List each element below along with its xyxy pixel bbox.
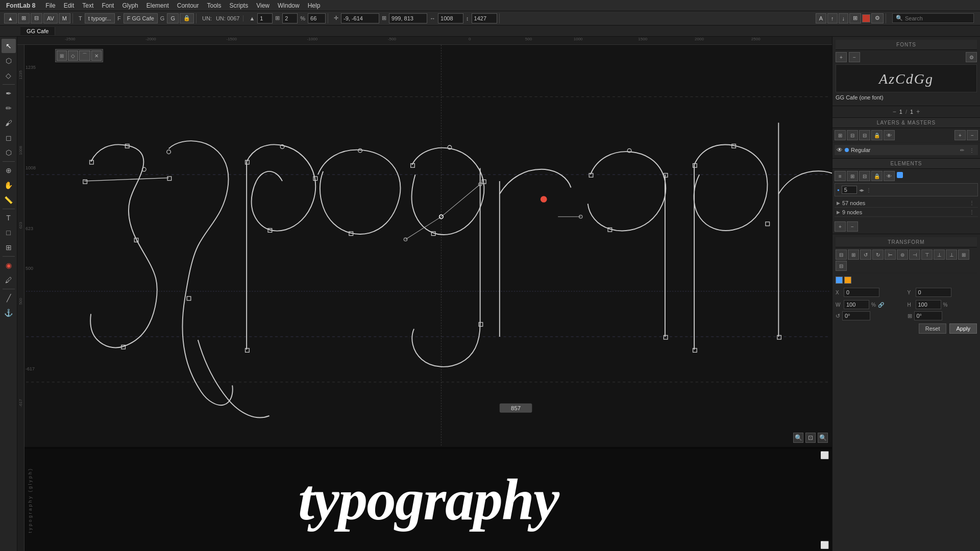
zoom-out-btn[interactable]: 🔍 [793,433,803,443]
menu-text[interactable]: Text [78,1,97,10]
menu-font[interactable]: Font [97,1,118,10]
elem-grid-btn[interactable]: ⊞ [847,171,858,181]
tool-guides[interactable]: ⊞ [2,240,16,255]
menu-file[interactable]: File [41,1,59,10]
transform-x-input[interactable] [844,288,879,297]
layers-eye-btn[interactable]: 👁 [884,130,895,140]
toolbar-grid-btn[interactable]: ⊟ [31,13,42,23]
transform-rotate-r[interactable]: ↻ [872,249,884,260]
elem-list-btn[interactable]: ≡ [835,171,846,181]
contour-row-1[interactable]: ▶ 57 nodes ⋮ [835,198,978,208]
layers-icon-btn1[interactable]: ⊞ [835,130,846,140]
small-tb-close[interactable]: ✕ [91,51,102,61]
contour-more-2[interactable]: ⋮ [968,209,976,215]
tool-pen[interactable]: ✒ [2,86,16,101]
toolbar-coords-input[interactable] [341,13,379,23]
layers-icon-btn3[interactable]: ⊟ [859,130,870,140]
tool-pencil[interactable]: ✏ [2,101,16,115]
layers-icon-btn2[interactable]: ⊟ [847,130,858,140]
transform-w-input[interactable] [844,300,869,309]
fonts-add-btn[interactable]: + [836,52,847,62]
transform-angle1-input[interactable] [842,311,870,320]
layers-add-btn[interactable]: + [954,130,966,140]
layers-remove-btn[interactable]: − [967,130,978,140]
transform-dist-h[interactable]: ⊞ [958,249,969,260]
transform-flip-h[interactable]: ⊟ [836,249,847,260]
transform-align-r[interactable]: ⊣ [909,249,920,260]
menu-view[interactable]: View [252,1,274,10]
transform-dist-v[interactable]: ⊟ [836,261,847,271]
small-tb-nodes[interactable]: ⊞ [57,51,67,61]
tool-contour[interactable]: ⬡ [2,54,16,68]
toolbar-color-btn[interactable] [862,14,870,22]
elem-add-btn[interactable]: + [835,221,846,232]
elements-index-input[interactable] [842,186,857,194]
transform-h-input[interactable] [916,300,941,309]
toolbar-lock-btn[interactable]: 🔒 [180,13,194,23]
tool-text[interactable]: T [2,211,16,225]
toolbar-glyph-name[interactable]: t typogr... [85,13,115,23]
transform-flip-v[interactable]: ⊞ [848,249,859,260]
layer-regular[interactable]: 👁 Regular ✏ ⋮ [835,145,978,155]
menu-contour[interactable]: Contour [173,1,203,10]
apply-button[interactable]: Apply [949,323,977,334]
tool-hand[interactable]: ✋ [2,178,16,192]
preview-collapse-btn[interactable]: ⬜ [820,541,829,549]
transform-rotate-l[interactable]: ↺ [860,249,871,260]
transform-align-m[interactable]: ⊥ [934,249,945,260]
menu-tools[interactable]: Tools [203,1,225,10]
small-tb-handles[interactable]: ◇ [68,51,78,61]
elem-remove-btn[interactable]: − [847,221,858,232]
tool-anchor[interactable]: ⚓ [2,306,16,320]
reset-button[interactable]: Reset [919,323,947,334]
elem-eye-btn[interactable]: 👁 [884,171,895,181]
toolbar-font-name[interactable]: F GG Cafe [124,13,158,23]
tool-knife2[interactable]: ╱ [2,291,16,305]
zoom-fit-btn[interactable]: ⊡ [805,433,816,443]
search-input[interactable] [905,15,970,21]
toolbar-scale2-input[interactable] [282,13,298,23]
menu-help[interactable]: Help [304,1,325,10]
toolbar-av-btn[interactable]: AV [43,13,58,23]
toolbar-export-btn[interactable]: ↑ [827,13,838,23]
toolbar-import-btn[interactable]: ↓ [839,13,849,23]
transform-align-t[interactable]: ⊤ [921,249,933,260]
layers-lock-btn[interactable]: 🔒 [871,130,883,140]
transform-y-input[interactable] [916,288,951,297]
page-prev-btn[interactable]: − [893,108,896,115]
elem-grid2-btn[interactable]: ⊟ [859,171,870,181]
toolbar-select-btn[interactable]: ▲ [4,13,17,23]
elements-active-row[interactable]: ● ◂▸ ⋮ [835,183,978,196]
zoom-in-btn[interactable]: 🔍 [818,433,828,443]
tool-measure[interactable]: 📏 [2,193,16,207]
toolbar-scale1-input[interactable] [257,13,273,23]
small-tb-curve[interactable]: ⌒ [79,51,90,61]
transform-align-c[interactable]: ⊜ [897,249,908,260]
fonts-settings-btn[interactable]: ⚙ [966,52,977,62]
toolbar-coords2-input[interactable] [389,13,427,23]
menu-scripts[interactable]: Scripts [226,1,253,10]
menu-glyph[interactable]: Glyph [118,1,142,10]
menu-edit[interactable]: Edit [60,1,79,10]
transform-link-icon[interactable]: 🔗 [878,302,884,308]
canvas-edit-area[interactable]: ⊞ ◇ ⌒ ✕ [24,45,832,449]
toolbar-font-icon-btn[interactable]: A [816,13,826,23]
tool-node[interactable]: ◇ [2,68,16,83]
fonts-remove-btn[interactable]: − [849,52,860,62]
layer-more-btn[interactable]: ⋮ [968,147,976,154]
toolbar-compare-btn[interactable]: ⊞ [849,13,861,23]
transform-align-l[interactable]: ⊢ [885,249,896,260]
contour-more-1[interactable]: ⋮ [968,199,976,206]
tool-color[interactable]: ◉ [2,258,16,272]
toolbar-scale3-input[interactable] [308,13,326,23]
elements-more-btn[interactable]: ⋮ [866,187,871,193]
tool-eraser[interactable]: ◻ [2,131,16,145]
transform-angle2-input[interactable] [914,311,942,320]
canvas-main[interactable]: ⊞ ◇ ⌒ ✕ [24,45,832,551]
tool-knife[interactable]: ⬡ [2,145,16,160]
transform-align-b[interactable]: ⊥ [946,249,957,260]
page-next-btn[interactable]: + [916,108,920,115]
toolbar-g-icon[interactable]: G [167,13,179,23]
menu-window[interactable]: Window [274,1,304,10]
tool-brush[interactable]: 🖌 [2,116,16,130]
